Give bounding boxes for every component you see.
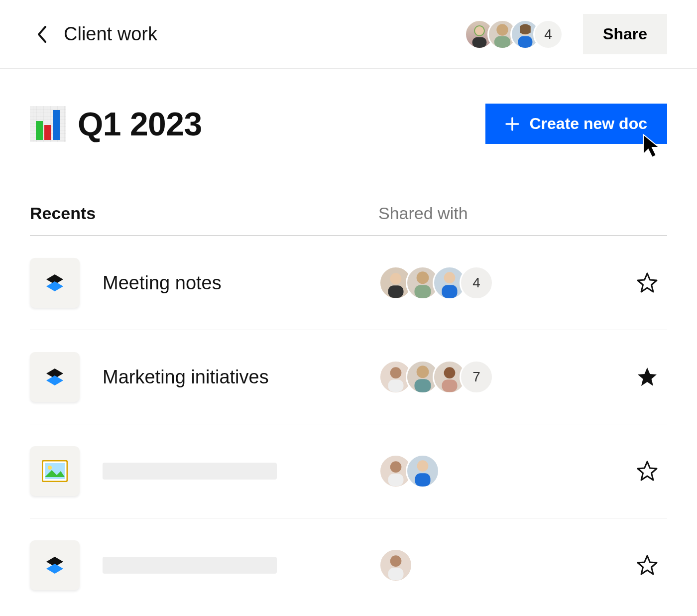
folder-title: Q1 2023 [78,105,202,143]
svg-rect-25 [415,473,431,487]
star-button[interactable] [627,272,667,294]
svg-rect-2 [472,37,487,48]
svg-rect-16 [414,379,431,392]
avatar [406,454,440,488]
svg-rect-8 [388,285,404,298]
table-row[interactable] [30,424,667,518]
svg-point-22 [390,461,402,473]
svg-rect-12 [442,285,458,298]
paper-doc-icon [30,352,80,402]
star-button[interactable] [627,366,667,388]
file-name: Meeting notes [103,272,379,294]
avatar-overflow-count: 7 [460,360,493,394]
svg-rect-10 [414,285,431,298]
column-shared-with[interactable]: Shared with [378,204,468,223]
shared-with-cell[interactable] [379,454,627,488]
skeleton-placeholder [103,463,277,480]
svg-point-1 [475,26,484,35]
star-button[interactable] [627,460,667,482]
star-outline-icon [636,272,658,294]
main: Q1 2023 Create new doc Recents Shared wi… [0,69,697,612]
svg-point-7 [390,273,402,284]
svg-rect-4 [494,36,510,47]
breadcrumb[interactable]: Client work [64,23,465,45]
create-new-doc-label: Create new doc [529,115,647,133]
shared-with-cell[interactable] [379,548,627,582]
svg-point-15 [417,366,429,378]
svg-point-13 [390,367,402,378]
svg-rect-18 [442,379,458,392]
back-button[interactable] [30,26,54,43]
file-name [103,463,379,480]
image-file-icon [30,446,80,496]
svg-rect-27 [388,568,404,580]
svg-point-3 [496,24,508,35]
table-row[interactable] [30,518,667,612]
svg-point-24 [417,460,429,472]
title-row: Q1 2023 Create new doc [30,104,667,144]
cursor-icon [641,132,663,160]
create-new-doc-button[interactable]: Create new doc [485,104,667,144]
svg-rect-14 [388,379,404,392]
star-outline-icon [636,460,658,482]
avatar [379,548,413,582]
table-row[interactable]: Marketing initiatives 7 [30,330,667,424]
svg-point-9 [417,271,429,284]
column-recents[interactable]: Recents [30,204,378,223]
chevron-left-icon [37,26,47,43]
svg-rect-23 [388,474,404,486]
star-outline-icon [636,554,658,576]
shared-with-cell[interactable]: 7 [379,360,627,394]
svg-point-21 [48,466,52,470]
paper-doc-icon [30,540,80,590]
table-row[interactable]: Meeting notes 4 [30,236,667,330]
list-header: Recents Shared with [30,204,667,236]
paper-doc-icon [30,258,80,308]
header: Client work 4 Share [0,0,697,69]
shared-with-cell[interactable]: 4 [379,266,627,300]
star-button[interactable] [627,554,667,576]
share-button[interactable]: Share [583,14,667,54]
skeleton-placeholder [103,557,277,574]
svg-point-11 [444,272,456,283]
svg-point-17 [444,367,456,378]
svg-point-26 [390,555,402,567]
avatar-overflow-count: 4 [460,266,493,300]
star-filled-icon [636,366,658,388]
header-avatar-stack[interactable]: 4 [465,19,563,49]
file-name: Marketing initiatives [103,367,379,388]
bar-chart-icon [30,106,66,142]
plus-icon [505,117,519,131]
avatar-overflow-count: 4 [533,19,563,49]
file-name [103,557,379,574]
svg-rect-6 [518,36,533,47]
